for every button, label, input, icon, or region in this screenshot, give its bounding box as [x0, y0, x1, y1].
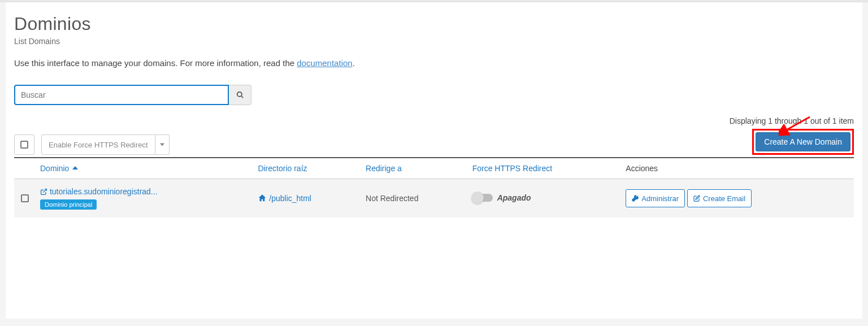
documentation-link[interactable]: documentation — [297, 58, 352, 68]
wrench-icon — [632, 195, 639, 202]
edit-icon — [693, 195, 700, 202]
row-checkbox[interactable] — [21, 194, 29, 202]
enable-https-dropdown[interactable] — [155, 134, 170, 155]
table-row: tutoriales.sudominioregistrad... Dominio… — [14, 179, 854, 218]
svg-line-2 — [43, 189, 46, 193]
search-icon — [236, 91, 244, 99]
page-description: Use this interface to manage your domain… — [14, 58, 854, 68]
description-text: Use this interface to manage your domain… — [14, 58, 297, 68]
document-root-path: /public_html — [269, 194, 311, 203]
caret-down-icon — [160, 142, 164, 147]
document-root-link[interactable]: /public_html — [258, 194, 311, 203]
col-actions: Acciones — [621, 158, 854, 179]
home-icon — [258, 194, 267, 202]
domains-table: Dominio Directorio raíz Redirige a Force… — [14, 157, 854, 218]
domain-link[interactable]: tutoriales.sudominioregistrad... — [40, 187, 158, 196]
page-title: Dominios — [14, 14, 854, 34]
manage-button[interactable]: Administrar — [626, 189, 685, 207]
https-toggle[interactable]: Apagado — [472, 193, 531, 202]
create-domain-highlight: Create A New Domain — [752, 129, 854, 155]
create-domain-button[interactable]: Create A New Domain — [756, 132, 850, 151]
create-email-button[interactable]: Create Email — [687, 189, 752, 207]
redirect-status: Not Redirected — [361, 179, 468, 218]
toggle-label: Apagado — [497, 193, 531, 202]
col-domain[interactable]: Dominio — [36, 158, 253, 179]
description-text-2: . — [353, 58, 355, 68]
col-root[interactable]: Directorio raíz — [253, 158, 361, 179]
domain-name: tutoriales.sudominioregistrad... — [50, 187, 158, 196]
col-force-https[interactable]: Force HTTPS Redirect — [468, 158, 622, 179]
primary-domain-badge: Dominio principal — [40, 199, 97, 210]
select-all-checkbox[interactable] — [14, 134, 34, 155]
enable-https-button[interactable]: Enable Force HTTPS Redirect — [41, 134, 155, 155]
svg-point-0 — [237, 92, 241, 97]
svg-line-1 — [241, 96, 243, 98]
search-input[interactable] — [14, 85, 229, 105]
external-link-icon — [40, 188, 47, 195]
page-subtitle: List Domains — [14, 37, 854, 46]
display-count: Displaying 1 through 1 out of 1 item — [730, 116, 854, 125]
col-redirect[interactable]: Redirige a — [361, 158, 468, 179]
sort-asc-icon — [72, 165, 78, 171]
search-button[interactable] — [229, 85, 251, 105]
